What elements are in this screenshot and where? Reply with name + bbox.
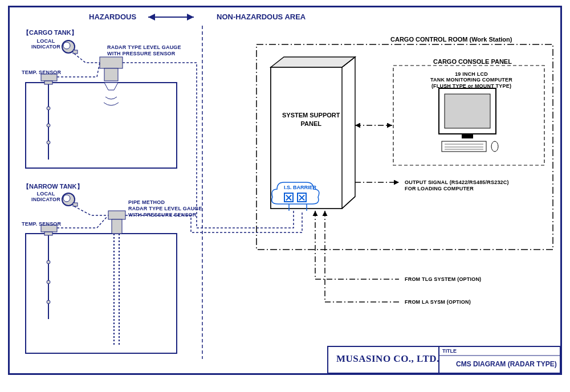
cargo-tank-title: 【CARGO TANK】 — [23, 28, 78, 37]
narrow-temp: TEMP. SENSOR — [22, 221, 61, 227]
svg-point-45 — [491, 141, 498, 152]
console-title: CARGO CONSOLE PANEL — [433, 58, 512, 65]
la-option: FROM LA SYSM (OPTION) — [405, 299, 471, 305]
hazardous-label: HAZARDOUS — [89, 13, 136, 21]
narrow-local-ind: LOCAL INDICATOR — [31, 191, 60, 203]
svg-point-20 — [47, 260, 50, 264]
barrier-boxes — [282, 193, 308, 205]
svg-rect-41 — [442, 141, 486, 152]
title-label: TITLE — [442, 348, 457, 354]
svg-point-9 — [47, 141, 50, 144]
company-name: MUSASINO CO., LTD. — [336, 353, 439, 365]
svg-point-21 — [47, 280, 50, 284]
barrier-box-icon — [297, 193, 307, 202]
svg-rect-10 — [100, 57, 123, 68]
svg-point-14 — [63, 42, 70, 49]
svg-rect-23 — [108, 211, 125, 219]
svg-point-8 — [47, 124, 50, 127]
svg-rect-5 — [44, 81, 52, 84]
title-value: CMS DIAGRAM (RADAR TYPE) — [456, 360, 557, 368]
svg-rect-18 — [44, 232, 52, 235]
narrow-radar-lbl: PIPE METHOD RADAR TYPE LEVEL GAUGE WITH … — [128, 199, 202, 218]
svg-rect-24 — [112, 219, 122, 234]
narrow-tank-title: 【NARROW TANK】 — [23, 182, 83, 191]
svg-marker-34 — [271, 57, 355, 67]
ssp-label: SYSTEM SUPPORT PANEL — [282, 111, 340, 129]
barrier-label: I.S. BARRIER — [284, 185, 316, 190]
svg-rect-39 — [445, 94, 490, 128]
svg-point-22 — [47, 300, 50, 304]
svg-rect-40 — [462, 134, 473, 138]
cargo-local-ind: LOCAL INDICATOR — [31, 39, 60, 50]
svg-rect-11 — [104, 68, 118, 81]
svg-rect-29 — [73, 203, 78, 206]
svg-point-28 — [63, 195, 70, 202]
svg-rect-15 — [73, 50, 78, 54]
nonhazardous-label: NON-HAZARDOUS AREA — [217, 13, 306, 21]
room-title: CARGO CONTROL ROOM (Work Station) — [390, 36, 512, 43]
cargo-radar-lbl: RADAR TYPE LEVEL GAUGE WITH PRESSURE SEN… — [107, 44, 181, 57]
tlg-option: FROM TLG SYSTEM (OPTION) — [405, 276, 481, 282]
cargo-temp: TEMP. SENSOR — [22, 70, 61, 75]
monitor-label: 19 INCH LCD TANK MONITORING COMPUTER (FL… — [430, 71, 512, 89]
barrier-box-icon — [284, 193, 294, 202]
svg-point-7 — [47, 107, 50, 110]
output-signal: OUTPUT SIGNAL (RS422/RS485/RS232C) FOR L… — [405, 179, 509, 192]
